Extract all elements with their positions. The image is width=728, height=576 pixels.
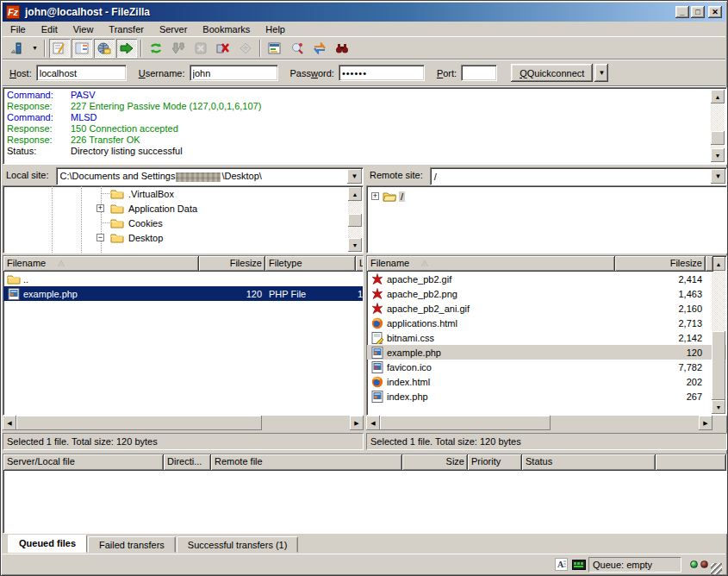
minimize-button[interactable]: _ — [675, 6, 689, 18]
remote-site-dropdown-button[interactable]: ▼ — [711, 169, 725, 184]
queue-column-status[interactable]: Status — [522, 454, 656, 471]
scroll-left-icon[interactable]: ◀ — [366, 416, 380, 430]
filter-button[interactable] — [264, 39, 285, 58]
file-row-example-php[interactable]: example.php 120 PHP File 1 — [3, 286, 363, 301]
php-file-icon — [370, 347, 384, 359]
collapse-icon[interactable]: − — [96, 234, 104, 241]
queue-column-remote-file[interactable]: Remote file — [211, 454, 402, 471]
queue-column-direction[interactable]: Directi... — [164, 454, 211, 471]
password-input[interactable] — [339, 65, 425, 81]
scroll-down-icon[interactable]: ▼ — [348, 238, 362, 252]
scroll-left-icon[interactable]: ◀ — [3, 416, 16, 430]
column-header-filetype[interactable]: Filetype — [265, 256, 356, 272]
refresh-button[interactable] — [146, 39, 166, 58]
scroll-right-icon[interactable]: ▶ — [350, 416, 364, 430]
file-row-bitnami-css[interactable]: bitnami.css 2,142 — [367, 330, 726, 345]
quickconnect-button[interactable]: QQuickconnect — [511, 64, 593, 82]
toggle-transfer-queue-button[interactable] — [116, 39, 137, 58]
quickconnect-dropdown-button[interactable]: ▼ — [594, 64, 608, 82]
remote-list-hscrollbar[interactable]: ◀ ▶ — [366, 416, 712, 430]
port-input[interactable] — [461, 65, 497, 81]
remote-file-list[interactable]: Filename Filesize apache_pb2.gif 2,414 a… — [366, 255, 727, 416]
host-input[interactable] — [36, 65, 127, 81]
file-row-parent-dir[interactable]: .. — [3, 272, 363, 286]
find-files-button[interactable] — [332, 39, 352, 58]
log-line: Response:226 Transfer OK — [7, 135, 726, 146]
menu-transfer[interactable]: Transfer — [101, 22, 152, 36]
compare-directories-button[interactable] — [287, 39, 308, 58]
file-row-index-html[interactable]: index.html 202 — [367, 374, 726, 389]
file-row-apache-pb2-ani-gif[interactable]: apache_pb2_ani.gif 2,160 — [367, 301, 726, 316]
username-input[interactable] — [190, 65, 278, 81]
file-row-example-php[interactable]: example.php 120 — [367, 345, 726, 360]
menu-edit[interactable]: Edit — [34, 22, 65, 36]
queue-column-priority[interactable]: Priority — [468, 454, 522, 471]
menu-help[interactable]: Help — [258, 22, 293, 36]
column-header-filename[interactable]: Filename — [3, 256, 199, 272]
file-row-favicon-ico[interactable]: favicon.ico 7,782 — [367, 360, 726, 374]
column-header-filename[interactable]: Filename — [367, 256, 615, 272]
tab-failed-transfers[interactable]: Failed transfers — [88, 536, 176, 553]
expand-icon[interactable]: + — [96, 204, 104, 212]
reconnect-button[interactable] — [235, 39, 256, 58]
title-bar[interactable]: Fz john@localhost - FileZilla _ □ ✕ — [3, 3, 725, 22]
scrollbar-thumb[interactable] — [348, 214, 362, 227]
scrollbar-thumb[interactable] — [711, 131, 725, 145]
column-header-last-modified[interactable]: L — [356, 256, 364, 272]
menu-bookmarks[interactable]: Bookmarks — [195, 22, 258, 36]
scroll-right-icon[interactable]: ▶ — [699, 416, 712, 430]
remote-site-combobox[interactable]: / ▼ — [430, 167, 727, 185]
local-tree-scrollbar[interactable]: ▲ ▼ — [348, 187, 362, 252]
cancel-button[interactable] — [190, 39, 211, 58]
file-row-apache-pb2-png[interactable]: apache_pb2.png 1,463 — [367, 286, 726, 301]
scroll-up-icon[interactable]: ▲ — [348, 187, 362, 201]
tree-item-virtualbox[interactable]: .VirtualBox — [3, 186, 363, 201]
menu-server[interactable]: Server — [152, 22, 195, 36]
remote-file-list-panel: Filename Filesize apache_pb2.gif 2,414 a… — [366, 255, 727, 416]
remote-list-scrollbar[interactable]: ▲ ▼ — [712, 257, 725, 414]
log-scrollbar[interactable]: ▲ ▼ — [711, 90, 725, 162]
synchronized-browsing-button[interactable] — [309, 39, 330, 58]
queue-column-size[interactable]: Size — [402, 454, 468, 471]
resize-grip[interactable] — [711, 563, 722, 574]
tree-item-root[interactable]: + / — [367, 189, 726, 203]
process-queue-button[interactable] — [168, 39, 189, 58]
file-row-applications-html[interactable]: applications.html 2,713 — [367, 316, 726, 330]
scrollbar-thumb[interactable] — [16, 416, 262, 430]
disconnect-button[interactable] — [213, 39, 233, 58]
tree-item-application-data[interactable]: + Application Data — [3, 201, 363, 216]
tree-item-desktop[interactable]: − Desktop — [3, 230, 363, 245]
remote-directory-tree[interactable]: + / — [366, 185, 727, 254]
tab-queued-files[interactable]: Queued files — [8, 535, 87, 553]
tab-successful-transfers[interactable]: Successful transfers (1) — [177, 536, 299, 553]
toggle-local-tree-button[interactable] — [72, 39, 92, 58]
scroll-down-icon[interactable]: ▼ — [712, 400, 725, 414]
site-manager-dropdown-button[interactable]: ▼ — [29, 39, 40, 58]
expand-icon[interactable]: + — [371, 192, 379, 200]
column-header-filesize[interactable]: Filesize — [199, 256, 265, 272]
scrollbar-thumb[interactable] — [380, 416, 551, 430]
site-manager-button[interactable] — [7, 39, 28, 58]
message-log[interactable]: Command:PASV Response:227 Entering Passi… — [3, 87, 727, 165]
menu-file[interactable]: File — [3, 22, 34, 36]
scroll-down-icon[interactable]: ▼ — [711, 148, 725, 162]
file-row-index-php[interactable]: index.php 267 — [367, 389, 726, 404]
scroll-up-icon[interactable]: ▲ — [711, 90, 725, 103]
transfer-queue[interactable]: Server/Local file Directi... Remote file… — [3, 454, 727, 534]
tree-item-cookies[interactable]: Cookies — [3, 216, 363, 230]
local-file-list[interactable]: Filename Filesize Filetype L .. example.… — [3, 255, 364, 416]
file-row-apache-pb2-gif[interactable]: apache_pb2.gif 2,414 — [367, 272, 726, 286]
close-button[interactable]: ✕ — [708, 6, 722, 18]
toggle-message-log-button[interactable] — [49, 39, 70, 58]
menu-view[interactable]: View — [65, 22, 102, 36]
queue-column-server-local-file[interactable]: Server/Local file — [3, 454, 164, 471]
local-site-combobox[interactable]: C:\Documents and Settings\Desktop\ ▼ — [56, 167, 364, 185]
column-header-filesize[interactable]: Filesize — [615, 256, 706, 272]
local-directory-tree[interactable]: .VirtualBox + Application Data Cookies −… — [3, 185, 364, 254]
toggle-remote-tree-button[interactable] — [94, 39, 115, 58]
local-list-hscrollbar[interactable]: ◀ ▶ — [3, 416, 364, 430]
local-site-dropdown-button[interactable]: ▼ — [347, 169, 362, 184]
scrollbar-thumb[interactable] — [712, 331, 725, 400]
maximize-button[interactable]: □ — [691, 6, 705, 18]
filezilla-app-icon[interactable]: Fz — [6, 5, 20, 19]
